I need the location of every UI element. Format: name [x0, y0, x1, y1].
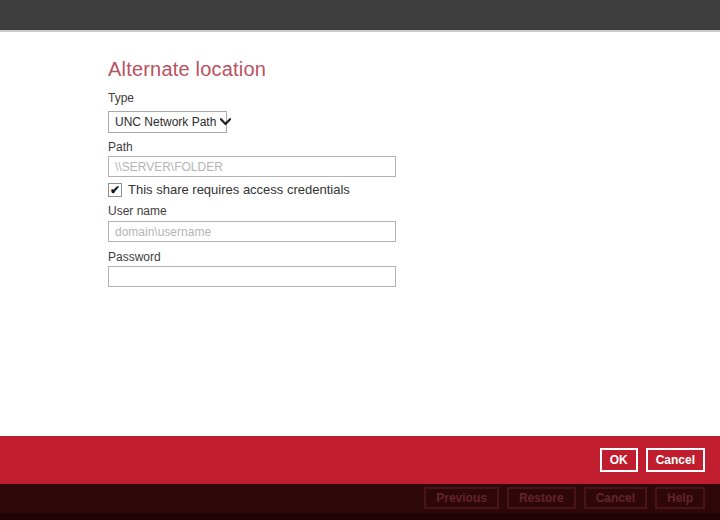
path-label: Path [108, 140, 133, 154]
top-bar [0, 0, 720, 32]
footer-cancel-button[interactable]: Cancel [584, 487, 647, 509]
chevron-down-icon [220, 118, 231, 126]
credentials-checkbox-label: This share requires access credentials [128, 182, 350, 197]
footer-bottom-strip [0, 513, 720, 520]
type-dropdown-value: UNC Network Path [115, 115, 216, 129]
credentials-checkbox-row[interactable]: ✔ This share requires access credentials [108, 182, 350, 197]
credentials-checkbox[interactable]: ✔ [108, 183, 122, 197]
cancel-button[interactable]: Cancel [646, 448, 705, 472]
dialog-window: Alternate location Type UNC Network Path… [0, 0, 720, 520]
type-dropdown[interactable]: UNC Network Path [108, 111, 227, 133]
username-input[interactable] [108, 221, 396, 242]
path-input[interactable] [108, 156, 396, 177]
check-icon: ✔ [110, 183, 120, 197]
restore-button[interactable]: Restore [507, 487, 576, 509]
action-bar: OK Cancel [0, 436, 720, 484]
password-label: Password [108, 250, 161, 264]
username-label: User name [108, 204, 167, 218]
ok-button[interactable]: OK [600, 448, 638, 472]
help-button[interactable]: Help [655, 487, 705, 509]
type-label: Type [108, 91, 134, 105]
password-input[interactable] [108, 266, 396, 287]
page-title: Alternate location [108, 58, 266, 81]
previous-button[interactable]: Previous [424, 487, 499, 509]
